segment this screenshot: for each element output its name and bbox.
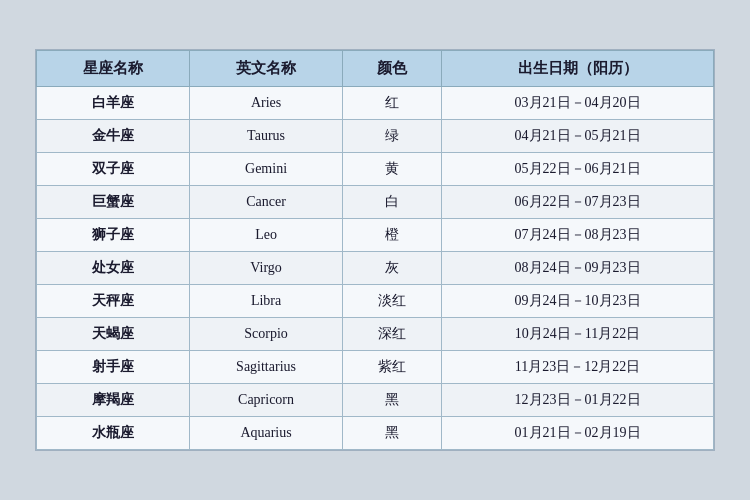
- cell-date: 10月24日－11月22日: [442, 318, 714, 351]
- table-row: 金牛座Taurus绿04月21日－05月21日: [37, 120, 714, 153]
- cell-chinese-name: 狮子座: [37, 219, 190, 252]
- table-row: 天秤座Libra淡红09月24日－10月23日: [37, 285, 714, 318]
- cell-date: 01月21日－02月19日: [442, 417, 714, 450]
- cell-chinese-name: 天蝎座: [37, 318, 190, 351]
- header-english-name: 英文名称: [190, 51, 343, 87]
- table-header-row: 星座名称 英文名称 颜色 出生日期（阳历）: [37, 51, 714, 87]
- table-row: 水瓶座Aquarius黑01月21日－02月19日: [37, 417, 714, 450]
- cell-english-name: Taurus: [190, 120, 343, 153]
- cell-date: 07月24日－08月23日: [442, 219, 714, 252]
- table-row: 双子座Gemini黄05月22日－06月21日: [37, 153, 714, 186]
- header-chinese-name: 星座名称: [37, 51, 190, 87]
- table-row: 摩羯座Capricorn黑12月23日－01月22日: [37, 384, 714, 417]
- cell-date: 09月24日－10月23日: [442, 285, 714, 318]
- table-body: 白羊座Aries红03月21日－04月20日金牛座Taurus绿04月21日－0…: [37, 87, 714, 450]
- cell-date: 12月23日－01月22日: [442, 384, 714, 417]
- cell-color: 红: [343, 87, 442, 120]
- header-color: 颜色: [343, 51, 442, 87]
- cell-color: 黑: [343, 417, 442, 450]
- cell-color: 淡红: [343, 285, 442, 318]
- cell-color: 紫红: [343, 351, 442, 384]
- table-row: 射手座Sagittarius紫红11月23日－12月22日: [37, 351, 714, 384]
- cell-date: 11月23日－12月22日: [442, 351, 714, 384]
- cell-english-name: Virgo: [190, 252, 343, 285]
- table-row: 天蝎座Scorpio深红10月24日－11月22日: [37, 318, 714, 351]
- cell-english-name: Leo: [190, 219, 343, 252]
- cell-date: 04月21日－05月21日: [442, 120, 714, 153]
- cell-english-name: Libra: [190, 285, 343, 318]
- cell-date: 08月24日－09月23日: [442, 252, 714, 285]
- cell-color: 橙: [343, 219, 442, 252]
- cell-chinese-name: 处女座: [37, 252, 190, 285]
- cell-color: 黄: [343, 153, 442, 186]
- table-row: 白羊座Aries红03月21日－04月20日: [37, 87, 714, 120]
- header-date: 出生日期（阳历）: [442, 51, 714, 87]
- cell-date: 06月22日－07月23日: [442, 186, 714, 219]
- table-row: 巨蟹座Cancer白06月22日－07月23日: [37, 186, 714, 219]
- cell-chinese-name: 射手座: [37, 351, 190, 384]
- cell-english-name: Gemini: [190, 153, 343, 186]
- cell-english-name: Aries: [190, 87, 343, 120]
- cell-english-name: Sagittarius: [190, 351, 343, 384]
- table-row: 处女座Virgo灰08月24日－09月23日: [37, 252, 714, 285]
- cell-chinese-name: 巨蟹座: [37, 186, 190, 219]
- cell-color: 黑: [343, 384, 442, 417]
- cell-chinese-name: 天秤座: [37, 285, 190, 318]
- cell-english-name: Capricorn: [190, 384, 343, 417]
- table-row: 狮子座Leo橙07月24日－08月23日: [37, 219, 714, 252]
- cell-date: 05月22日－06月21日: [442, 153, 714, 186]
- cell-chinese-name: 摩羯座: [37, 384, 190, 417]
- cell-color: 白: [343, 186, 442, 219]
- cell-date: 03月21日－04月20日: [442, 87, 714, 120]
- cell-chinese-name: 水瓶座: [37, 417, 190, 450]
- cell-chinese-name: 金牛座: [37, 120, 190, 153]
- cell-color: 绿: [343, 120, 442, 153]
- cell-color: 深红: [343, 318, 442, 351]
- zodiac-table-wrapper: 星座名称 英文名称 颜色 出生日期（阳历） 白羊座Aries红03月21日－04…: [35, 49, 715, 451]
- cell-english-name: Cancer: [190, 186, 343, 219]
- zodiac-table: 星座名称 英文名称 颜色 出生日期（阳历） 白羊座Aries红03月21日－04…: [36, 50, 714, 450]
- cell-color: 灰: [343, 252, 442, 285]
- cell-chinese-name: 双子座: [37, 153, 190, 186]
- cell-english-name: Aquarius: [190, 417, 343, 450]
- cell-english-name: Scorpio: [190, 318, 343, 351]
- cell-chinese-name: 白羊座: [37, 87, 190, 120]
